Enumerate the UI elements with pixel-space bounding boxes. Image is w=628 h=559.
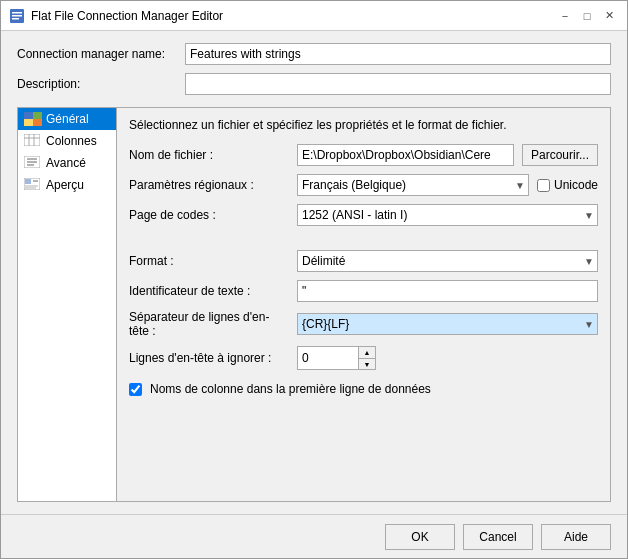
page-codes-row: Page de codes : 1252 (ANSI - latin I) ▼	[129, 204, 598, 226]
description-label: Description:	[17, 77, 177, 91]
ok-button[interactable]: OK	[385, 524, 455, 550]
separateur-row: Séparateur de lignes d'en-tête : {CR}{LF…	[129, 310, 598, 338]
separateur-select-wrapper: {CR}{LF} ▼	[297, 313, 598, 335]
unicode-wrapper: Unicode	[537, 178, 598, 192]
footer: OK Cancel Aide	[1, 514, 627, 558]
identificateur-input[interactable]	[297, 280, 598, 302]
main-area: Général Colonnes	[17, 107, 611, 502]
nom-fichier-label: Nom de fichier :	[129, 148, 289, 162]
sidebar-item-colonnes[interactable]: Colonnes	[18, 130, 116, 152]
spinner-controls: ▲ ▼	[358, 347, 375, 369]
parametres-select-wrapper: Français (Belgique) ▼	[297, 174, 529, 196]
noms-colonne-row: Noms de colonne dans la première ligne d…	[129, 382, 598, 396]
separateur-label: Séparateur de lignes d'en-tête :	[129, 310, 289, 338]
minimize-button[interactable]: −	[555, 6, 575, 26]
window-controls: − □ ✕	[555, 6, 619, 26]
lignes-input[interactable]	[298, 347, 358, 369]
parametres-label: Paramètres régionaux :	[129, 178, 289, 192]
browse-button[interactable]: Parcourir...	[522, 144, 598, 166]
sidebar-item-avance[interactable]: Avancé	[18, 152, 116, 174]
connection-name-row: Connection manager name:	[17, 43, 611, 65]
lignes-label: Lignes d'en-tête à ignorer :	[129, 351, 289, 365]
svg-rect-2	[12, 15, 22, 17]
sidebar-item-label-general: Général	[46, 112, 89, 126]
panel: Sélectionnez un fichier et spécifiez les…	[117, 107, 611, 502]
colonnes-icon	[24, 134, 42, 148]
panel-description: Sélectionnez un fichier et spécifiez les…	[129, 118, 598, 132]
sidebar-item-label-avance: Avancé	[46, 156, 86, 170]
parametres-row: Paramètres régionaux : Français (Belgiqu…	[129, 174, 598, 196]
sidebar-item-label-apercu: Aperçu	[46, 178, 84, 192]
svg-rect-7	[33, 119, 42, 126]
page-codes-select[interactable]: 1252 (ANSI - latin I)	[297, 204, 598, 226]
nom-fichier-row: Nom de fichier : Parcourir...	[129, 144, 598, 166]
lignes-row: Lignes d'en-tête à ignorer : ▲ ▼	[129, 346, 598, 370]
svg-rect-5	[33, 112, 42, 119]
avance-icon	[24, 156, 42, 170]
page-codes-select-wrapper: 1252 (ANSI - latin I) ▼	[297, 204, 598, 226]
window: Flat File Connection Manager Editor − □ …	[0, 0, 628, 559]
page-codes-label: Page de codes :	[129, 208, 289, 222]
description-row: Description:	[17, 73, 611, 95]
window-title: Flat File Connection Manager Editor	[31, 9, 555, 23]
svg-rect-17	[25, 179, 31, 184]
connection-name-input[interactable]	[185, 43, 611, 65]
apercu-icon	[24, 178, 42, 192]
parametres-select[interactable]: Français (Belgique)	[297, 174, 529, 196]
svg-rect-6	[24, 119, 33, 126]
aide-button[interactable]: Aide	[541, 524, 611, 550]
spinner-down-button[interactable]: ▼	[359, 358, 375, 369]
title-bar: Flat File Connection Manager Editor − □ …	[1, 1, 627, 31]
description-input[interactable]	[185, 73, 611, 95]
lignes-spinner: ▲ ▼	[297, 346, 376, 370]
format-label: Format :	[129, 254, 289, 268]
identificateur-label: Identificateur de texte :	[129, 284, 289, 298]
unicode-label[interactable]: Unicode	[554, 178, 598, 192]
app-icon	[9, 8, 25, 24]
format-select[interactable]: Délimité	[297, 250, 598, 272]
maximize-button[interactable]: □	[577, 6, 597, 26]
identificateur-row: Identificateur de texte :	[129, 280, 598, 302]
format-row: Format : Délimité ▼	[129, 250, 598, 272]
svg-rect-3	[12, 18, 19, 20]
sidebar-item-label-colonnes: Colonnes	[46, 134, 97, 148]
svg-rect-4	[24, 112, 33, 119]
separator	[129, 234, 598, 242]
separateur-select[interactable]: {CR}{LF}	[297, 313, 598, 335]
cancel-button[interactable]: Cancel	[463, 524, 533, 550]
format-select-wrapper: Délimité ▼	[297, 250, 598, 272]
svg-rect-8	[24, 134, 40, 146]
noms-colonne-checkbox[interactable]	[129, 383, 142, 396]
sidebar: Général Colonnes	[17, 107, 117, 502]
general-icon	[24, 112, 42, 126]
sidebar-item-apercu[interactable]: Aperçu	[18, 174, 116, 196]
nom-fichier-input[interactable]	[297, 144, 514, 166]
connection-name-label: Connection manager name:	[17, 47, 177, 61]
spinner-up-button[interactable]: ▲	[359, 347, 375, 358]
close-button[interactable]: ✕	[599, 6, 619, 26]
unicode-checkbox[interactable]	[537, 179, 550, 192]
noms-colonne-label[interactable]: Noms de colonne dans la première ligne d…	[150, 382, 431, 396]
svg-rect-1	[12, 12, 22, 14]
content-area: Connection manager name: Description:	[1, 31, 627, 514]
sidebar-item-general[interactable]: Général	[18, 108, 116, 130]
